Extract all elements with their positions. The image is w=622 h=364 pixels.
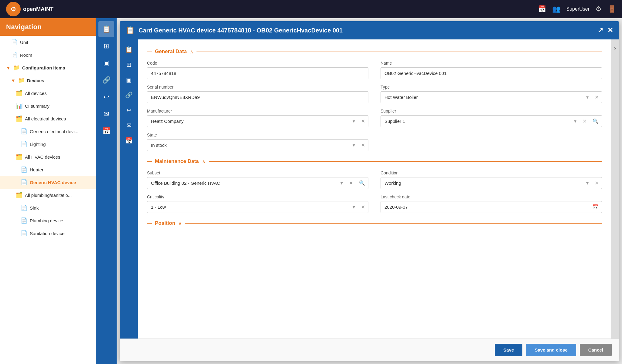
- supplier-clear-icon[interactable]: ✕: [579, 116, 590, 126]
- maintenance-data-title: Maintenance Data: [155, 158, 199, 164]
- heater-icon: 📄: [21, 166, 27, 173]
- sidebar-item-unit[interactable]: 📄 Unit: [0, 36, 96, 49]
- state-label: State: [147, 133, 368, 137]
- maintenance-data-section-header: — Maintenance Data ∧: [147, 158, 602, 164]
- manufacturer-dropdown-icon[interactable]: ▾: [350, 116, 358, 126]
- criticality-select[interactable]: 1 - Low: [147, 201, 350, 213]
- name-input[interactable]: [381, 67, 602, 79]
- save-close-button[interactable]: Save and close: [526, 344, 576, 356]
- sidebar-item-sanitation-device[interactable]: 📄 Sanitation device: [0, 227, 96, 240]
- gear-icon[interactable]: ⚙: [596, 5, 602, 13]
- calendar-icon[interactable]: 📅: [538, 5, 546, 13]
- sidebar-item-generic-electrical[interactable]: 📄 Generic electrical devi...: [0, 125, 96, 138]
- all-plumbing-icon: 🗂️: [16, 192, 22, 198]
- folder-icon: 📁: [13, 64, 20, 71]
- sidebar-section-config[interactable]: ▼ 📁 Configuration items: [0, 61, 96, 74]
- save-button[interactable]: Save: [495, 344, 522, 356]
- subset-select[interactable]: Office Building 02 - Generic HVAC: [147, 177, 337, 189]
- type-dropdown-icon[interactable]: ▾: [583, 92, 592, 103]
- sidebar-item-sink[interactable]: 📄 Sink: [0, 201, 96, 214]
- room-icon: 📄: [11, 52, 18, 58]
- sidebar-item-all-electrical[interactable]: 🗂️ All electrical devices: [0, 112, 96, 125]
- sidebar-item-label: Generic electrical devi...: [30, 129, 78, 134]
- maximize-icon[interactable]: ⤢: [598, 26, 603, 34]
- close-icon[interactable]: ✕: [607, 26, 613, 34]
- state-dropdown-icon[interactable]: ▾: [350, 140, 358, 150]
- criticality-dropdown-icon[interactable]: ▾: [350, 202, 358, 212]
- serial-input[interactable]: [147, 91, 368, 103]
- position-title: Position: [155, 220, 175, 226]
- general-data-collapse-icon[interactable]: —: [147, 49, 152, 54]
- code-label: Code: [147, 61, 368, 66]
- modal-iconbar-email[interactable]: ✉: [122, 118, 136, 132]
- condition-select[interactable]: Working: [381, 177, 583, 189]
- sidebar-item-label: All devices: [25, 91, 47, 96]
- iconbar-link[interactable]: 🔗: [98, 72, 114, 88]
- field-manufacturer: Manufacturer Heatz Company ▾ ✕: [147, 109, 368, 127]
- subset-search-icon[interactable]: 🔍: [356, 178, 368, 188]
- sidebar-item-heater[interactable]: 📄 Heater: [0, 163, 96, 176]
- state-select[interactable]: In stock: [147, 140, 350, 151]
- generic-hvac-icon: 📄: [21, 179, 27, 186]
- cancel-button[interactable]: Cancel: [580, 344, 612, 356]
- sidebar-item-room[interactable]: 📄 Room: [0, 49, 96, 61]
- subset-clear-icon[interactable]: ✕: [346, 178, 356, 188]
- type-select[interactable]: Hot Water Boiler: [381, 92, 583, 103]
- general-data-chevron[interactable]: ∧: [190, 49, 193, 55]
- modal-title: Card Generic HVAC device 4475784818 - OB…: [138, 27, 343, 34]
- sidebar-item-all-plumbing[interactable]: 🗂️ All plumbing/sanitatio...: [0, 189, 96, 201]
- sidebar-section-devices[interactable]: ▼ 📁 Devices: [0, 74, 96, 87]
- sidebar-item-ci-summary[interactable]: 📊 CI summary: [0, 99, 96, 112]
- sidebar-item-all-devices[interactable]: 🗂️ All devices: [0, 87, 96, 99]
- iconbar-calendar[interactable]: 📅: [98, 123, 114, 139]
- modal-iconbar-doc[interactable]: 📋: [122, 42, 136, 56]
- position-line: [185, 223, 602, 224]
- iconbar-history[interactable]: ↩: [98, 89, 114, 105]
- modal-content: — General Data ∧ Code Name: [138, 39, 611, 339]
- manufacturer-select[interactable]: Heatz Company: [147, 116, 350, 127]
- position-collapse-icon[interactable]: —: [147, 221, 152, 226]
- condition-dropdown-icon[interactable]: ▾: [583, 178, 592, 188]
- users-icon[interactable]: 👥: [552, 5, 560, 13]
- supplier-select[interactable]: Supplier 1: [381, 116, 571, 127]
- general-data-title: General Data: [155, 49, 187, 55]
- criticality-clear-icon[interactable]: ✕: [358, 202, 368, 212]
- expand-right-icon[interactable]: ›: [614, 45, 616, 51]
- maintenance-data-chevron[interactable]: ∧: [202, 159, 206, 164]
- modal-iconbar-history[interactable]: ↩: [122, 103, 136, 117]
- subset-dropdown-icon[interactable]: ▾: [337, 178, 346, 188]
- modal-iconbar-grid[interactable]: ⊞: [122, 58, 136, 72]
- supplier-dropdown-icon[interactable]: ▾: [571, 116, 579, 126]
- maintenance-data-collapse-icon[interactable]: —: [147, 159, 152, 164]
- logout-icon[interactable]: 🚪: [608, 5, 616, 13]
- sidebar-item-plumbing-device[interactable]: 📄 Plumbing device: [0, 214, 96, 227]
- date-picker-icon[interactable]: 📅: [590, 202, 602, 212]
- sidebar-item-all-hvac[interactable]: 🗂️ All HVAC devices: [0, 150, 96, 163]
- sidebar-item-label: Unit: [20, 40, 28, 45]
- condition-clear-icon[interactable]: ✕: [592, 178, 602, 188]
- triangle-icon: ▼: [6, 65, 11, 70]
- state-clear-icon[interactable]: ✕: [358, 140, 368, 150]
- sidebar-item-lighting[interactable]: 📄 Lighting: [0, 138, 96, 150]
- section-label: Devices: [27, 78, 44, 83]
- iconbar-email[interactable]: ✉: [98, 106, 114, 122]
- criticality-select-wrap: 1 - Low ▾ ✕: [147, 201, 368, 213]
- iconbar-card[interactable]: ▣: [98, 55, 114, 71]
- last-check-date-input[interactable]: [381, 201, 590, 213]
- date-input-wrap: 📅: [381, 201, 602, 213]
- supplier-label: Supplier: [381, 109, 602, 113]
- iconbar-grid[interactable]: ⊞: [98, 38, 114, 54]
- manufacturer-clear-icon[interactable]: ✕: [358, 116, 368, 126]
- type-clear-icon[interactable]: ✕: [592, 92, 602, 103]
- modal-iconbar-calendar[interactable]: 📅: [122, 133, 136, 147]
- modal-iconbar-link[interactable]: 🔗: [122, 88, 136, 102]
- maintenance-data-line: [209, 161, 602, 162]
- modal-doc-icon: 📋: [126, 26, 135, 35]
- iconbar-doc[interactable]: 📋: [98, 21, 114, 37]
- supplier-search-icon[interactable]: 🔍: [590, 116, 602, 126]
- icon-bar: 📋 ⊞ ▣ 🔗 ↩ ✉ 📅: [96, 18, 117, 364]
- position-chevron[interactable]: ∧: [178, 221, 182, 226]
- modal-iconbar-card[interactable]: ▣: [122, 73, 136, 87]
- code-input[interactable]: [147, 67, 368, 79]
- sidebar-item-generic-hvac[interactable]: 📄 Generic HVAC device: [0, 176, 96, 189]
